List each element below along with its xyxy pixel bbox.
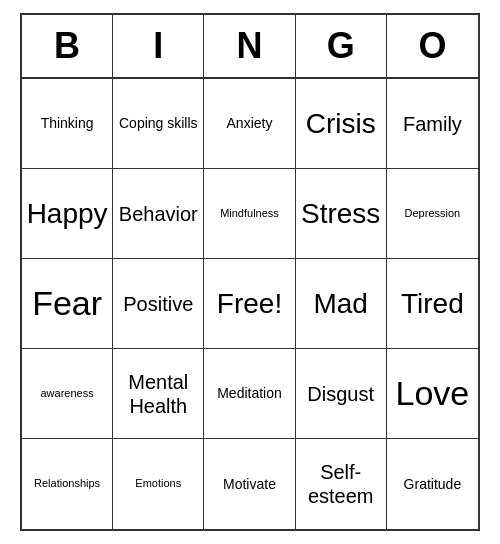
- bingo-cell-text-r3-c2: Meditation: [217, 385, 282, 402]
- bingo-cell-r4-c1[interactable]: Emotions: [113, 439, 204, 529]
- bingo-letter-i: I: [113, 15, 204, 77]
- bingo-cell-text-r4-c2: Motivate: [223, 476, 276, 493]
- bingo-letter-b: B: [22, 15, 113, 77]
- bingo-cell-r0-c3[interactable]: Crisis: [296, 79, 387, 169]
- bingo-letter-o: O: [387, 15, 478, 77]
- bingo-cell-r2-c1[interactable]: Positive: [113, 259, 204, 349]
- bingo-cell-text-r4-c0: Relationships: [34, 477, 100, 490]
- bingo-cell-r2-c2[interactable]: Free!: [204, 259, 295, 349]
- bingo-cell-r3-c4[interactable]: Love: [387, 349, 478, 439]
- bingo-cell-r1-c2[interactable]: Mindfulness: [204, 169, 295, 259]
- bingo-cell-r2-c0[interactable]: Fear: [22, 259, 113, 349]
- bingo-cell-text-r4-c4: Gratitude: [404, 476, 462, 493]
- bingo-cell-text-r1-c0: Happy: [27, 197, 108, 231]
- bingo-cell-r0-c0[interactable]: Thinking: [22, 79, 113, 169]
- bingo-cell-text-r1-c1: Behavior: [119, 202, 198, 226]
- bingo-cell-r4-c4[interactable]: Gratitude: [387, 439, 478, 529]
- bingo-cell-text-r3-c4: Love: [396, 373, 470, 414]
- bingo-cell-text-r4-c1: Emotions: [135, 477, 181, 490]
- bingo-cell-r0-c2[interactable]: Anxiety: [204, 79, 295, 169]
- bingo-header: BINGO: [22, 15, 478, 79]
- bingo-cell-text-r0-c4: Family: [403, 112, 462, 136]
- bingo-grid: ThinkingCoping skillsAnxietyCrisisFamily…: [22, 79, 478, 529]
- bingo-cell-text-r3-c0: awareness: [40, 387, 93, 400]
- bingo-card: BINGO ThinkingCoping skillsAnxietyCrisis…: [20, 13, 480, 531]
- bingo-cell-text-r0-c0: Thinking: [41, 115, 94, 132]
- bingo-cell-r2-c4[interactable]: Tired: [387, 259, 478, 349]
- bingo-letter-g: G: [296, 15, 387, 77]
- bingo-cell-text-r0-c2: Anxiety: [227, 115, 273, 132]
- bingo-cell-r4-c2[interactable]: Motivate: [204, 439, 295, 529]
- bingo-cell-text-r4-c3: Self-esteem: [300, 460, 382, 508]
- bingo-cell-r1-c0[interactable]: Happy: [22, 169, 113, 259]
- bingo-cell-r1-c1[interactable]: Behavior: [113, 169, 204, 259]
- bingo-cell-r1-c4[interactable]: Depression: [387, 169, 478, 259]
- bingo-cell-r3-c0[interactable]: awareness: [22, 349, 113, 439]
- bingo-letter-n: N: [204, 15, 295, 77]
- bingo-cell-r2-c3[interactable]: Mad: [296, 259, 387, 349]
- bingo-cell-text-r0-c1: Coping skills: [119, 115, 198, 132]
- bingo-cell-r3-c2[interactable]: Meditation: [204, 349, 295, 439]
- bingo-cell-r3-c1[interactable]: Mental Health: [113, 349, 204, 439]
- bingo-cell-r0-c1[interactable]: Coping skills: [113, 79, 204, 169]
- bingo-cell-r4-c0[interactable]: Relationships: [22, 439, 113, 529]
- bingo-cell-r0-c4[interactable]: Family: [387, 79, 478, 169]
- bingo-cell-r3-c3[interactable]: Disgust: [296, 349, 387, 439]
- bingo-cell-text-r2-c1: Positive: [123, 292, 193, 316]
- bingo-cell-text-r1-c4: Depression: [405, 207, 461, 220]
- bingo-cell-text-r1-c2: Mindfulness: [220, 207, 279, 220]
- bingo-cell-text-r1-c3: Stress: [301, 197, 380, 231]
- bingo-cell-text-r3-c1: Mental Health: [117, 370, 199, 418]
- bingo-cell-text-r2-c4: Tired: [401, 287, 464, 321]
- bingo-cell-text-r2-c2: Free!: [217, 287, 282, 321]
- bingo-cell-text-r2-c3: Mad: [313, 287, 367, 321]
- bingo-cell-r1-c3[interactable]: Stress: [296, 169, 387, 259]
- bingo-cell-r4-c3[interactable]: Self-esteem: [296, 439, 387, 529]
- bingo-cell-text-r3-c3: Disgust: [307, 382, 374, 406]
- bingo-cell-text-r0-c3: Crisis: [306, 107, 376, 141]
- bingo-cell-text-r2-c0: Fear: [32, 283, 102, 324]
